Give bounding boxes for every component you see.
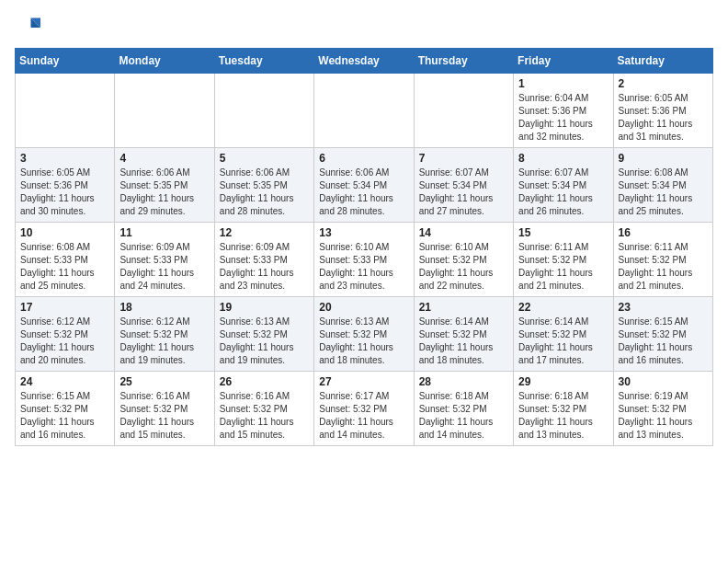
day-number: 24 [20, 375, 109, 388]
day-info: Sunrise: 6:08 AM Sunset: 5:33 PM Dayligh… [20, 241, 109, 293]
calendar-cell: 10Sunrise: 6:08 AM Sunset: 5:33 PM Dayli… [16, 223, 115, 297]
day-info: Sunrise: 6:04 AM Sunset: 5:36 PM Dayligh… [518, 92, 608, 144]
day-number: 23 [619, 301, 708, 314]
day-number: 20 [319, 301, 408, 314]
day-number: 22 [518, 301, 608, 314]
calendar-cell: 15Sunrise: 6:11 AM Sunset: 5:32 PM Dayli… [514, 223, 613, 297]
day-info: Sunrise: 6:05 AM Sunset: 5:36 PM Dayligh… [619, 92, 708, 144]
calendar-cell: 7Sunrise: 6:07 AM Sunset: 5:34 PM Daylig… [414, 148, 513, 223]
calendar-cell: 16Sunrise: 6:11 AM Sunset: 5:32 PM Dayli… [613, 223, 712, 297]
calendar-cell [115, 74, 214, 148]
day-number: 28 [419, 375, 508, 388]
calendar-cell [214, 74, 313, 148]
calendar-cell: 2Sunrise: 6:05 AM Sunset: 5:36 PM Daylig… [613, 74, 712, 148]
day-number: 11 [119, 226, 209, 239]
day-info: Sunrise: 6:12 AM Sunset: 5:32 PM Dayligh… [20, 316, 109, 367]
calendar-week-row: 3Sunrise: 6:05 AM Sunset: 5:36 PM Daylig… [16, 148, 713, 223]
weekday-header-wednesday: Wednesday [314, 49, 414, 74]
day-info: Sunrise: 6:11 AM Sunset: 5:32 PM Dayligh… [619, 241, 708, 293]
logo-icon [15, 15, 40, 40]
calendar-week-row: 24Sunrise: 6:15 AM Sunset: 5:32 PM Dayli… [16, 372, 713, 446]
calendar-cell: 18Sunrise: 6:12 AM Sunset: 5:32 PM Dayli… [115, 297, 214, 372]
calendar-week-row: 10Sunrise: 6:08 AM Sunset: 5:33 PM Dayli… [16, 223, 713, 297]
weekday-header-row: SundayMondayTuesdayWednesdayThursdayFrid… [16, 49, 713, 74]
day-number: 16 [619, 226, 708, 239]
calendar-cell: 8Sunrise: 6:07 AM Sunset: 5:34 PM Daylig… [514, 148, 613, 223]
day-number: 17 [20, 301, 109, 314]
day-number: 4 [119, 152, 209, 165]
day-info: Sunrise: 6:14 AM Sunset: 5:32 PM Dayligh… [518, 316, 608, 367]
calendar-table: SundayMondayTuesdayWednesdayThursdayFrid… [15, 48, 713, 446]
weekday-header-friday: Friday [514, 49, 613, 74]
day-info: Sunrise: 6:18 AM Sunset: 5:32 PM Dayligh… [518, 390, 608, 442]
day-info: Sunrise: 6:05 AM Sunset: 5:36 PM Dayligh… [20, 167, 109, 218]
calendar-cell: 21Sunrise: 6:14 AM Sunset: 5:32 PM Dayli… [414, 297, 513, 372]
calendar-cell: 12Sunrise: 6:09 AM Sunset: 5:33 PM Dayli… [214, 223, 313, 297]
weekday-header-monday: Monday [115, 49, 214, 74]
day-info: Sunrise: 6:12 AM Sunset: 5:32 PM Dayligh… [119, 316, 209, 367]
day-info: Sunrise: 6:06 AM Sunset: 5:35 PM Dayligh… [220, 167, 309, 218]
day-info: Sunrise: 6:15 AM Sunset: 5:32 PM Dayligh… [619, 316, 708, 367]
calendar-cell: 22Sunrise: 6:14 AM Sunset: 5:32 PM Dayli… [514, 297, 613, 372]
calendar-cell: 26Sunrise: 6:16 AM Sunset: 5:32 PM Dayli… [214, 372, 313, 446]
day-info: Sunrise: 6:16 AM Sunset: 5:32 PM Dayligh… [220, 390, 309, 442]
calendar-week-row: 17Sunrise: 6:12 AM Sunset: 5:32 PM Dayli… [16, 297, 713, 372]
calendar-cell [314, 74, 414, 148]
day-info: Sunrise: 6:10 AM Sunset: 5:33 PM Dayligh… [319, 241, 408, 293]
calendar-cell: 14Sunrise: 6:10 AM Sunset: 5:32 PM Dayli… [414, 223, 513, 297]
day-number: 30 [619, 375, 708, 388]
day-number: 5 [220, 152, 309, 165]
calendar-cell: 5Sunrise: 6:06 AM Sunset: 5:35 PM Daylig… [214, 148, 313, 223]
calendar-cell: 13Sunrise: 6:10 AM Sunset: 5:33 PM Dayli… [314, 223, 414, 297]
weekday-header-sunday: Sunday [16, 49, 115, 74]
day-info: Sunrise: 6:13 AM Sunset: 5:32 PM Dayligh… [319, 316, 408, 367]
day-number: 25 [119, 375, 209, 388]
day-number: 6 [319, 152, 408, 165]
day-info: Sunrise: 6:09 AM Sunset: 5:33 PM Dayligh… [220, 241, 309, 293]
day-info: Sunrise: 6:10 AM Sunset: 5:32 PM Dayligh… [419, 241, 508, 293]
day-info: Sunrise: 6:08 AM Sunset: 5:34 PM Dayligh… [619, 167, 708, 218]
day-number: 19 [220, 301, 309, 314]
calendar-week-row: 1Sunrise: 6:04 AM Sunset: 5:36 PM Daylig… [16, 74, 713, 148]
day-info: Sunrise: 6:18 AM Sunset: 5:32 PM Dayligh… [419, 390, 508, 442]
day-number: 9 [619, 152, 708, 165]
calendar-cell: 4Sunrise: 6:06 AM Sunset: 5:35 PM Daylig… [115, 148, 214, 223]
calendar-cell: 6Sunrise: 6:06 AM Sunset: 5:34 PM Daylig… [314, 148, 414, 223]
weekday-header-tuesday: Tuesday [214, 49, 313, 74]
calendar-cell [414, 74, 513, 148]
calendar-cell: 17Sunrise: 6:12 AM Sunset: 5:32 PM Dayli… [16, 297, 115, 372]
calendar-cell: 29Sunrise: 6:18 AM Sunset: 5:32 PM Dayli… [514, 372, 613, 446]
page-header [15, 15, 713, 40]
calendar-cell: 25Sunrise: 6:16 AM Sunset: 5:32 PM Dayli… [115, 372, 214, 446]
day-number: 13 [319, 226, 408, 239]
day-number: 12 [220, 226, 309, 239]
day-number: 2 [619, 77, 708, 90]
calendar-cell: 23Sunrise: 6:15 AM Sunset: 5:32 PM Dayli… [613, 297, 712, 372]
calendar-header: SundayMondayTuesdayWednesdayThursdayFrid… [16, 49, 713, 74]
calendar-cell: 1Sunrise: 6:04 AM Sunset: 5:36 PM Daylig… [514, 74, 613, 148]
day-info: Sunrise: 6:13 AM Sunset: 5:32 PM Dayligh… [220, 316, 309, 367]
calendar-cell: 11Sunrise: 6:09 AM Sunset: 5:33 PM Dayli… [115, 223, 214, 297]
day-info: Sunrise: 6:06 AM Sunset: 5:34 PM Dayligh… [319, 167, 408, 218]
weekday-header-saturday: Saturday [613, 49, 712, 74]
day-info: Sunrise: 6:17 AM Sunset: 5:32 PM Dayligh… [319, 390, 408, 442]
calendar-cell: 20Sunrise: 6:13 AM Sunset: 5:32 PM Dayli… [314, 297, 414, 372]
day-info: Sunrise: 6:19 AM Sunset: 5:32 PM Dayligh… [619, 390, 708, 442]
day-info: Sunrise: 6:16 AM Sunset: 5:32 PM Dayligh… [119, 390, 209, 442]
day-number: 10 [20, 226, 109, 239]
day-number: 15 [518, 226, 608, 239]
logo [15, 15, 44, 40]
day-number: 29 [518, 375, 608, 388]
day-number: 27 [319, 375, 408, 388]
day-info: Sunrise: 6:07 AM Sunset: 5:34 PM Dayligh… [419, 167, 508, 218]
day-number: 26 [220, 375, 309, 388]
day-number: 18 [119, 301, 209, 314]
day-number: 3 [20, 152, 109, 165]
calendar-cell: 9Sunrise: 6:08 AM Sunset: 5:34 PM Daylig… [613, 148, 712, 223]
calendar-cell: 24Sunrise: 6:15 AM Sunset: 5:32 PM Dayli… [16, 372, 115, 446]
calendar-cell: 27Sunrise: 6:17 AM Sunset: 5:32 PM Dayli… [314, 372, 414, 446]
day-info: Sunrise: 6:09 AM Sunset: 5:33 PM Dayligh… [119, 241, 209, 293]
day-info: Sunrise: 6:14 AM Sunset: 5:32 PM Dayligh… [419, 316, 508, 367]
day-number: 8 [518, 152, 608, 165]
day-number: 7 [419, 152, 508, 165]
